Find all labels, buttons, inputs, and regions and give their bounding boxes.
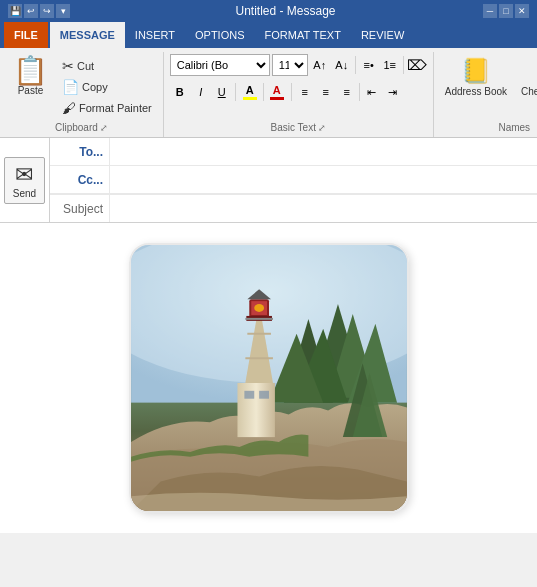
cc-input[interactable] — [110, 166, 537, 193]
copy-button[interactable]: 📄 Copy — [57, 77, 157, 97]
paste-icon: 📋 — [13, 57, 48, 85]
clear-format-button[interactable]: ⌦ — [407, 55, 427, 75]
title-save-btn[interactable]: 💾 — [8, 4, 22, 18]
title-undo-btn[interactable]: ↩ — [24, 4, 38, 18]
svg-rect-8 — [237, 383, 274, 437]
paste-button[interactable]: 📋 Paste — [6, 54, 55, 99]
to-row: To... — [50, 138, 537, 166]
send-button[interactable]: ✉ Send — [4, 157, 45, 204]
font-grow-button[interactable]: A↑ — [310, 55, 330, 75]
align-right-button[interactable]: ≡ — [337, 82, 357, 102]
highlight-color-button[interactable]: A — [239, 81, 261, 103]
decrease-indent-button[interactable]: ⇤ — [362, 82, 382, 102]
align-center-button[interactable]: ≡ — [316, 82, 336, 102]
underline-button[interactable]: U — [212, 82, 232, 102]
subject-input[interactable] — [110, 195, 537, 222]
email-header: ✉ Send To... Cc... Subject — [0, 138, 537, 223]
title-redo-btn[interactable]: ↪ — [40, 4, 54, 18]
address-book-icon: 📒 — [461, 57, 491, 85]
basic-text-label: Basic Text ⤢ — [170, 120, 427, 135]
close-button[interactable]: ✕ — [515, 4, 529, 18]
clipboard-group: 📋 Paste ✂ Cut 📄 Copy 🖌 Format Painter — [0, 52, 164, 137]
clipboard-label: Clipboard ⤢ — [6, 120, 157, 135]
maximize-button[interactable]: □ — [499, 4, 513, 18]
font-shrink-button[interactable]: A↓ — [332, 55, 352, 75]
cut-button[interactable]: ✂ Cut — [57, 56, 157, 76]
format-painter-button[interactable]: 🖌 Format Painter — [57, 98, 157, 118]
window-title: Untitled - Message — [88, 4, 483, 18]
tab-file[interactable]: FILE — [4, 22, 48, 48]
to-input[interactable] — [110, 138, 537, 165]
subject-row: Subject — [50, 194, 537, 222]
font-color-button[interactable]: A — [266, 81, 288, 103]
clipboard-expand-icon[interactable]: ⤢ — [100, 123, 108, 133]
minimize-button[interactable]: ─ — [483, 4, 497, 18]
svg-rect-20 — [245, 318, 273, 320]
format-painter-icon: 🖌 — [62, 100, 76, 116]
indent-group: ⇤ ⇥ — [362, 82, 403, 102]
basic-text-expand-icon[interactable]: ⤢ — [318, 123, 326, 133]
ribbon-tab-bar: FILE MESSAGE INSERT OPTIONS FORMAT TEXT … — [0, 22, 537, 48]
clipboard-small-buttons: ✂ Cut 📄 Copy 🖌 Format Painter — [57, 54, 157, 118]
names-label: Names — [440, 120, 537, 135]
title-bar: 💾 ↩ ↪ ▾ Untitled - Message ─ □ ✕ — [0, 0, 537, 22]
tab-options[interactable]: OPTIONS — [185, 22, 255, 48]
font-size-select[interactable]: 11 — [272, 54, 308, 76]
cc-button[interactable]: Cc... — [50, 166, 110, 193]
names-group: 📒 Address Book ✔ Check Names Names — [434, 52, 537, 137]
increase-indent-button[interactable]: ⇥ — [383, 82, 403, 102]
title-more-btn[interactable]: ▾ — [56, 4, 70, 18]
svg-rect-10 — [259, 391, 269, 399]
svg-point-18 — [254, 304, 264, 312]
check-names-button[interactable]: ✔ Check Names — [516, 54, 537, 101]
tab-format-text[interactable]: FORMAT TEXT — [255, 22, 351, 48]
alignment-group: ≡ ≡ ≡ — [295, 82, 357, 102]
cc-row: Cc... — [50, 166, 537, 194]
tab-review[interactable]: REVIEW — [351, 22, 414, 48]
font-family-select[interactable]: Calibri (Bo — [170, 54, 270, 76]
align-left-button[interactable]: ≡ — [295, 82, 315, 102]
bullets-button[interactable]: ≡• — [359, 55, 379, 75]
svg-rect-9 — [244, 391, 254, 399]
list-group: ≡• 1≡ — [359, 55, 400, 75]
copy-icon: 📄 — [62, 79, 79, 95]
cut-icon: ✂ — [62, 58, 74, 74]
send-area: ✉ Send — [0, 138, 50, 222]
email-fields: To... Cc... Subject — [50, 138, 537, 222]
tab-insert[interactable]: INSERT — [125, 22, 185, 48]
embedded-image — [129, 243, 409, 513]
tab-message[interactable]: MESSAGE — [50, 22, 125, 48]
numbering-button[interactable]: 1≡ — [380, 55, 400, 75]
message-body[interactable] — [0, 223, 537, 533]
to-button[interactable]: To... — [50, 138, 110, 165]
bold-button[interactable]: B — [170, 82, 190, 102]
basic-text-group: Calibri (Bo 11 A↑ A↓ ≡• 1≡ ⌦ B I U — [164, 52, 434, 137]
italic-button[interactable]: I — [191, 82, 211, 102]
send-icon: ✉ — [15, 162, 33, 188]
subject-label: Subject — [50, 195, 110, 222]
address-book-button[interactable]: 📒 Address Book — [440, 54, 512, 101]
ribbon: 📋 Paste ✂ Cut 📄 Copy 🖌 Format Painter — [0, 48, 537, 138]
